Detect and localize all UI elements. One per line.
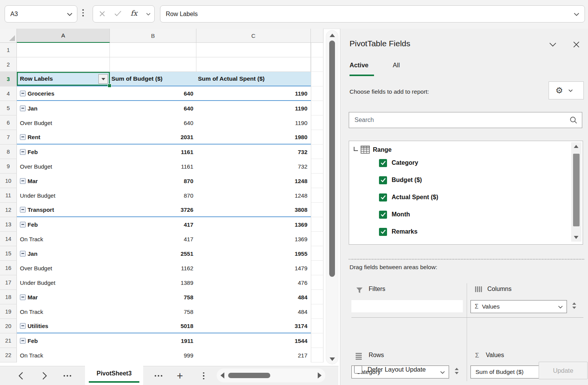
sheet-tab-active[interactable]: PivotSheet3 [85, 362, 143, 385]
collapse-toggle-icon[interactable] [20, 338, 26, 344]
cell[interactable] [311, 188, 323, 203]
cell[interactable] [196, 57, 311, 72]
collapse-toggle-icon[interactable] [20, 134, 26, 140]
actual-value-cell[interactable]: 3174 [196, 319, 311, 333]
row-number[interactable]: 16 [0, 261, 17, 275]
all-sheets-button[interactable] [60, 366, 74, 385]
cell[interactable] [311, 290, 323, 304]
column-header-a[interactable]: A [17, 29, 110, 43]
pivot-label-cell[interactable]: On Track [17, 304, 110, 319]
column-header-b[interactable]: B [110, 29, 196, 43]
field-checkbox-checked[interactable] [379, 159, 387, 167]
budget-value-cell[interactable]: 2551 [110, 246, 196, 261]
actual-value-cell[interactable]: 1544 [196, 333, 311, 348]
row-number[interactable]: 20 [0, 319, 17, 333]
field-item-remarks[interactable]: Remarks [379, 227, 418, 237]
enter-check-icon[interactable] [114, 11, 121, 16]
pivot-label-cell[interactable]: On Track [17, 232, 110, 246]
next-sheet-button[interactable] [40, 366, 49, 385]
vertical-scrollbar-thumb[interactable] [329, 41, 335, 277]
cell[interactable] [311, 348, 323, 362]
pivot-label-cell[interactable]: Transport [17, 203, 110, 217]
row-number[interactable]: 10 [0, 174, 17, 188]
cell[interactable] [311, 275, 323, 290]
pivot-label-cell[interactable]: Feb [17, 145, 110, 159]
pivot-label-cell[interactable]: Feb [17, 333, 110, 348]
collapse-toggle-icon[interactable] [20, 294, 26, 300]
collapse-toggle-icon[interactable] [20, 91, 26, 96]
tools-button[interactable]: ⚙ [549, 81, 584, 99]
cell[interactable] [311, 115, 323, 130]
cell[interactable] [311, 174, 323, 188]
cell[interactable] [311, 232, 323, 246]
field-item-month[interactable]: Month [379, 210, 410, 219]
budget-value-cell[interactable]: 417 [110, 232, 196, 246]
field-checkbox-checked[interactable] [379, 228, 387, 236]
actual-value-cell[interactable]: 476 [196, 275, 311, 290]
scroll-up-icon[interactable] [574, 145, 578, 148]
cell[interactable] [311, 217, 323, 232]
cell[interactable] [311, 145, 323, 159]
tab-all[interactable]: All [393, 62, 400, 69]
budget-value-cell[interactable]: 999 [110, 348, 196, 362]
budget-value-cell[interactable]: 1389 [110, 275, 196, 290]
insert-function-icon[interactable]: fx [131, 9, 137, 17]
cell-a3-selected[interactable]: Row Labels [17, 72, 110, 86]
budget-value-cell[interactable]: 758 [110, 304, 196, 319]
field-item-budget[interactable]: Budget ($) [379, 175, 422, 185]
add-sheet-button[interactable]: + [174, 366, 186, 385]
row-number[interactable]: 18 [0, 290, 17, 304]
sheet-options-button[interactable] [200, 366, 207, 385]
field-item-actual-spent[interactable]: Actual Spent ($) [379, 192, 438, 202]
actual-value-cell[interactable]: 484 [196, 290, 311, 304]
filter-dropdown-button[interactable] [98, 74, 108, 84]
cell[interactable] [311, 57, 323, 72]
actual-value-cell[interactable]: 3808 [196, 203, 311, 217]
field-list-scrollbar-thumb[interactable] [573, 154, 580, 226]
tab-active[interactable]: Active [350, 62, 369, 69]
columns-chip-reorder-spinner[interactable] [572, 302, 576, 309]
actual-value-cell[interactable]: 1190 [196, 101, 311, 115]
defer-layout-update-checkbox[interactable] [354, 366, 362, 374]
update-button[interactable]: Update [539, 362, 588, 379]
actual-value-cell[interactable]: 1248 [196, 174, 311, 188]
cell[interactable] [110, 43, 196, 57]
collapse-toggle-icon[interactable] [20, 178, 26, 184]
actual-value-cell[interactable]: 732 [196, 159, 311, 174]
budget-value-cell[interactable]: 1911 [110, 333, 196, 348]
filters-drop-area[interactable] [351, 300, 463, 312]
row-number[interactable]: 7 [0, 130, 17, 145]
pivot-label-cell[interactable]: Over Budget [17, 261, 110, 275]
budget-value-cell[interactable]: 1162 [110, 261, 196, 275]
pivot-label-cell[interactable]: Over Budget [17, 159, 110, 174]
cell[interactable] [17, 43, 110, 57]
column-header-c[interactable]: C [196, 29, 311, 43]
pivot-label-cell[interactable]: Under Budget [17, 188, 110, 203]
actual-value-cell[interactable]: 1479 [196, 261, 311, 275]
row-number[interactable]: 22 [0, 348, 17, 362]
budget-value-cell[interactable]: 640 [110, 86, 196, 101]
actual-value-cell[interactable]: 1248 [196, 188, 311, 203]
fill-handle[interactable] [108, 84, 111, 88]
row-number[interactable]: 9 [0, 159, 17, 174]
scroll-down-icon[interactable] [574, 236, 578, 239]
cell[interactable] [17, 57, 110, 72]
actual-value-cell[interactable]: 484 [196, 304, 311, 319]
cancel-icon[interactable] [99, 11, 105, 17]
data-source-row[interactable]: Range [354, 146, 392, 154]
vertical-scrollbar[interactable] [326, 30, 338, 364]
chevron-down-icon[interactable] [67, 13, 72, 16]
cell[interactable] [311, 261, 323, 275]
row-number[interactable]: 6 [0, 115, 17, 130]
cell[interactable] [311, 246, 323, 261]
scroll-up-icon[interactable] [330, 34, 335, 37]
pivot-label-cell[interactable]: Jan [17, 246, 110, 261]
actual-value-cell[interactable]: 1190 [196, 115, 311, 130]
field-item-category[interactable]: Category [379, 158, 418, 168]
actual-value-cell[interactable]: 1369 [196, 217, 311, 232]
row-number[interactable]: 1 [0, 43, 17, 57]
field-checkbox-checked[interactable] [379, 176, 387, 184]
row-number[interactable]: 17 [0, 275, 17, 290]
scroll-left-icon[interactable] [220, 372, 224, 379]
cell[interactable] [311, 304, 323, 319]
